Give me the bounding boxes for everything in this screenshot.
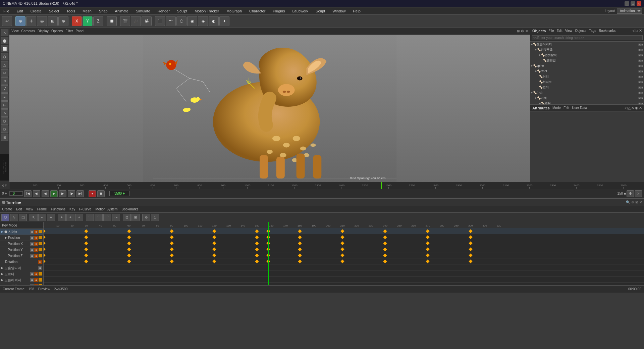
objects-search-input[interactable] [532,35,643,40]
menu-help[interactable]: Help [352,8,362,14]
vp-close-icon[interactable]: ✕ [525,29,528,33]
lp-polygon-selection[interactable]: △ [1,61,8,68]
tl-label-root[interactable]: ▶ ⬤ 시아● ▣ ◉ [0,229,43,235]
tl-label-rfrontleg[interactable]: ▶ 오음앞다리 ▣ [0,265,43,271]
attr-icon2[interactable]: △ [628,106,631,110]
vp-display-menu[interactable]: Display [38,29,49,33]
tl-label-rthigh[interactable]: ▶ 오른허벅지 ▣ ◉ [0,277,43,283]
lp-cursor-tool[interactable]: ↖ [1,29,8,36]
timeline-tracks[interactable]: 0102030405060708090100110120130140150160… [44,222,644,285]
tl-ripple-btn[interactable]: ⊞ [131,214,140,221]
menu-file[interactable]: File [2,8,11,14]
next-key-button[interactable]: |▶ [68,190,75,197]
attr-edit-menu[interactable]: Edit [564,106,569,110]
tl-track-7[interactable] [44,270,644,277]
attr-mode-menu[interactable]: Mode [552,106,561,110]
object-mode-button[interactable]: 🔲 [107,16,117,26]
attr-icon5[interactable]: ✕ [639,106,642,110]
tl-track-8[interactable] [44,277,644,283]
vp-cameras-menu[interactable]: Cameras [21,29,35,33]
tl-functions-menu[interactable]: Functions [51,207,65,211]
rotate-tool-button[interactable]: ◎ [37,16,47,26]
attr-icon4[interactable]: ◉ [635,106,638,110]
tree-item-tail[interactable]: 🦴 꼬리 ▣ ◉ [530,85,644,90]
tl-fit-icon[interactable]: ⊠ [635,200,638,204]
tl-addkey2-btn[interactable]: + [66,214,74,221]
tl-track-6[interactable] [44,264,644,270]
minimize-button[interactable]: _ [625,1,629,6]
tree-item-huri[interactable]: 🦴 허리 ▣ ◉ [530,74,644,79]
tl-frame-menu[interactable]: Frame [37,207,47,211]
lp-measure-tool[interactable]: ⊢ [1,101,8,109]
deformer-button[interactable]: ⬡ [176,16,186,26]
vp-options-menu[interactable]: Options [51,29,63,33]
menu-sculpt[interactable]: Sculpt [176,8,189,14]
menu-create[interactable]: Create [29,8,43,14]
tl-zoom-in-icon[interactable]: 🔍 [626,200,630,204]
tl-curve-btn1[interactable]: ⌒ [86,214,94,221]
viewport-canvas[interactable]: Grid Spacing: 48790 cm [9,35,530,182]
lp-spline-tool[interactable]: ∿ [1,109,8,117]
move-tool-button[interactable]: ✛ [26,16,36,26]
lp-knife-tool[interactable]: ╱ [1,85,8,93]
tree-item-huriro[interactable]: 🦴 허리로 ▣ ◉ [530,79,644,85]
menu-character[interactable]: Character [248,8,267,14]
z-axis-button[interactable]: Z [93,16,103,26]
menu-simulate[interactable]: Simulate [135,8,152,14]
menu-motiontracker[interactable]: Motion Tracker [193,8,220,14]
objects-bookmarks-menu[interactable]: Bookmarks [599,29,615,33]
menu-mograph[interactable]: MoGraph [225,8,243,14]
step-back-button[interactable]: ◀ [42,190,49,197]
lp-inflate-brush[interactable]: ⊞ [1,134,8,141]
field-button[interactable]: ◉ [187,16,197,26]
step-forward-button[interactable]: ▶ [59,190,66,197]
tl-filter-btn[interactable]: ⊙ [142,214,150,221]
menu-window[interactable]: Window [331,8,347,14]
tl-motionsystem-menu[interactable]: Motion System [95,207,117,211]
tree-item-root[interactable]: ▶ 🦴 Root ▣ ◉ [530,68,644,74]
cube-button[interactable]: ⬛ [155,16,165,26]
tl-zoom-out-icon[interactable]: ⊖ [631,200,634,204]
tl-label-posy[interactable]: Position Y ▣ ◉ [0,247,43,253]
tree-item-chest[interactable]: ▶ 🦴 가슴 ▣ ◉ [530,90,644,95]
tl-fcurve-btn[interactable]: ∿ [10,214,18,221]
light-tb-button[interactable]: ✦ [219,16,229,26]
go-start-button[interactable]: |◀ [24,190,32,197]
tl-label-rknee[interactable]: ▶ 오른무릎 ▣ ◉ [0,283,43,285]
vp-settings-icon[interactable]: ⚙ [521,29,524,33]
tree-item-2[interactable]: ▶ 🦴 왼뒷발목 ▣ ◉ [530,52,644,58]
tl-label-rot[interactable]: Rotation ◉ [0,259,43,265]
tl-curve-btn4[interactable]: 〜 [112,214,120,221]
render-active-button[interactable]: 🎥 [131,16,141,26]
go-end-button[interactable]: ▶| [76,190,84,197]
tree-item-0[interactable]: ▶ 🦴 오른허벅지 ▣ ◉ [530,42,644,47]
preview-button[interactable]: ▷ [635,190,642,197]
auto-key-button[interactable]: ⏺ [97,190,105,197]
scrubber-ruler[interactable]: 1002003004005006007008009001000110012001… [9,182,644,189]
attr-icon3[interactable]: ✕ [631,106,634,110]
tree-item-1[interactable]: ▶ 🦴 왼뒷루울 ▣ ◉ [530,47,644,52]
menu-select[interactable]: Select [48,8,61,14]
tl-edit-menu[interactable]: Edit [16,207,22,211]
close-button[interactable]: ✕ [637,1,641,6]
select-tool-button[interactable]: ⊕ [15,16,25,26]
lp-brush-tool[interactable]: ⬡ [1,117,8,125]
undo-button[interactable]: ↩ [2,16,12,26]
lp-lasso-selection[interactable]: ⬡ [1,53,8,60]
tl-key-menu[interactable]: Key [69,207,75,211]
vp-filter-menu[interactable]: Filter [65,29,73,33]
tl-scale-btn[interactable]: ⇔ [47,214,55,221]
menu-laubwerk[interactable]: Laubwerk [291,8,310,14]
lp-magnet-selection[interactable]: ⊙ [1,77,8,85]
tl-key-mode-btn[interactable]: ⬡ [1,214,9,221]
vp-panel-menu[interactable]: Panel [76,29,85,33]
tl-motion-btn[interactable]: ◫ [19,214,27,221]
menu-tools[interactable]: Tools [65,8,76,14]
menu-script[interactable]: Script [314,8,326,14]
menu-plugins[interactable]: Plugins [271,8,286,14]
attr-userdata-menu[interactable]: User Data [572,106,587,110]
tl-move-btn[interactable]: ↔ [38,214,46,221]
play-button[interactable]: ▶ [50,190,58,197]
tl-snap-btn[interactable]: ⊡ [123,214,131,221]
tl-label-pos[interactable]: ▶ Position ▣ ◉ [0,235,43,241]
